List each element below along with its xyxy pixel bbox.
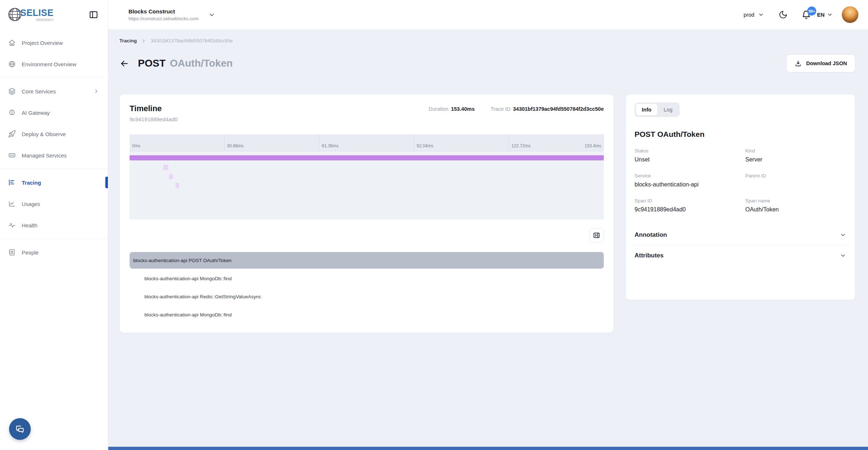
axis-tick: 30.68ms [227,143,244,148]
rocket-icon [8,130,16,138]
span-row[interactable]: blocks-authentication-api Redis::GetStri… [130,288,604,305]
field-value: Unset [635,156,745,163]
language-value: EN [817,12,825,18]
download-json-button[interactable]: Download JSON [786,54,855,72]
field-value [745,181,846,188]
arrow-left-icon [119,59,129,68]
span-details-title: POST OAuth/Token [635,130,846,139]
field-label: Span ID [635,198,745,203]
sidebar: SELISE <blocks/> Project Overview [0,0,108,450]
sidebar-divider [0,239,108,239]
tab-log[interactable]: Log [658,104,678,115]
span-row-label: blocks-authentication-api MongoDb::find [144,276,232,281]
environment-value: prod [743,12,754,18]
field-label: Span name [745,198,846,203]
language-select[interactable]: EN [817,12,833,18]
sidebar-item-label: Usages [22,201,99,207]
sidebar-item-usages[interactable]: Usages [0,196,108,212]
timeline-span-bar[interactable] [130,155,604,160]
timeline-axis: 0ms 30.68ms 61.36ms 92.04ms 122.72ms 153… [130,134,604,151]
sidebar-item-label: Health [22,222,99,228]
timeline-span-bar[interactable] [169,174,173,179]
line-chart-icon [8,200,16,208]
download-json-label: Download JSON [806,60,847,66]
sidebar-item-project-overview[interactable]: Project Overview [0,35,108,51]
user-avatar[interactable] [842,6,859,23]
field-parent-id: Parent ID [745,173,846,188]
sidebar-item-label: Project Overview [22,40,99,46]
field-kind: Kind Server [745,148,846,163]
tab-info[interactable]: Info [636,104,657,115]
project-switcher[interactable]: Blocks Construct https://construct.selis… [128,8,215,21]
breadcrumb-tracing[interactable]: Tracing [119,38,137,43]
sidebar-item-label: Managed Services [22,152,99,159]
topbar: Blocks Construct https://construct.selis… [108,0,868,30]
active-nav-indicator [105,177,108,188]
home-icon [8,39,16,47]
chevron-down-icon [758,12,764,18]
sidebar-divider [0,169,108,169]
page-title: OAuth/Token [170,58,233,69]
duration-field: Duration153.40ms [429,106,475,112]
sidebar-item-label: Tracing [22,180,99,186]
timeline-span-bar[interactable] [176,183,179,188]
attributes-section-toggle[interactable]: Attributes [635,248,846,264]
attributes-label: Attributes [635,252,663,259]
timeline-heading: Timeline [130,104,178,113]
selise-logo[interactable]: SELISE <blocks/> [7,6,54,23]
sidebar-item-core-services[interactable]: Core Services [0,83,108,99]
annotation-section-toggle[interactable]: Annotation [635,227,846,243]
span-row[interactable]: blocks-authentication-api MongoDb::find [130,270,604,287]
project-url: https://construct.seliseblocks.com [128,16,199,21]
sidebar-item-environment-overview[interactable]: Environment Overview [0,56,108,72]
trace-id-value: 34301bf1379ac94fd550784f2d3cc50e [513,106,604,112]
notification-count-badge: 99+ [807,7,816,16]
chat-support-button[interactable] [9,418,31,440]
axis-tick: 153.4ms [585,143,601,148]
sidebar-collapse-icon[interactable] [88,9,99,20]
brand-tagline: <blocks/> [35,17,53,22]
dark-mode-toggle[interactable] [779,10,788,19]
sidebar-item-label: AI Gateway [22,110,99,116]
chevron-down-icon [840,252,846,259]
sidebar-item-people[interactable]: People [0,244,108,260]
sidebar-nav: Project Overview Environment Overview Co… [0,29,108,260]
timeline-span-bar[interactable] [163,165,168,170]
span-list: blocks-authentication-api POST OAuth/Tok… [130,252,604,323]
timeline-span-id: 9c94191889ed4ad0 [130,116,178,122]
sidebar-item-managed-services[interactable]: Managed Services [0,147,108,163]
notifications-button[interactable]: 99+ [801,10,811,20]
details-accordion: Annotation Attributes [635,227,846,264]
sidebar-item-ai-gateway[interactable]: AI Gateway [0,105,108,121]
sidebar-item-label: People [22,249,99,256]
field-label: Service [635,173,745,178]
download-icon [795,60,802,67]
sidebar-item-label: Core Services [22,88,88,94]
field-value: 9c94191889ed4ad0 [635,206,745,213]
field-span-id: Span ID 9c94191889ed4ad0 [635,198,745,213]
field-label: Kind [745,148,846,153]
trace-id-field: Trace ID34301bf1379ac94fd550784f2d3cc50e [490,106,604,112]
tracing-icon [8,178,16,186]
axis-tick: 92.04ms [417,143,433,148]
sidebar-item-health[interactable]: Health [0,217,108,233]
chevron-right-icon [141,38,146,43]
timeline-card: Timeline 9c94191889ed4ad0 Duration153.40… [119,94,614,333]
open-panel-button[interactable] [589,228,604,243]
horizontal-scrollbar[interactable] [108,447,868,450]
span-row-root[interactable]: blocks-authentication-api POST OAuth/Tok… [130,252,604,269]
span-row[interactable]: blocks-authentication-api MongoDb::find [130,306,604,323]
environment-select[interactable]: prod [743,12,764,18]
moon-icon [779,10,788,19]
server-port-icon [8,151,16,159]
sidebar-item-label: Environment Overview [22,61,99,67]
axis-tick: 61.36ms [322,143,338,148]
span-fields: Status Unset Kind Server Service blocks-… [635,148,846,213]
panel-right-icon [593,231,601,239]
duration-value: 153.40ms [451,106,475,112]
sidebar-item-tracing[interactable]: Tracing [0,174,108,190]
back-button[interactable] [119,59,129,68]
axis-tick: 0ms [132,143,140,148]
sidebar-item-deploy-observe[interactable]: Deploy & Observe [0,126,108,142]
breadcrumb-trace-id: 34301bf1379ac94fd550784f2d3cc50e [151,38,233,43]
